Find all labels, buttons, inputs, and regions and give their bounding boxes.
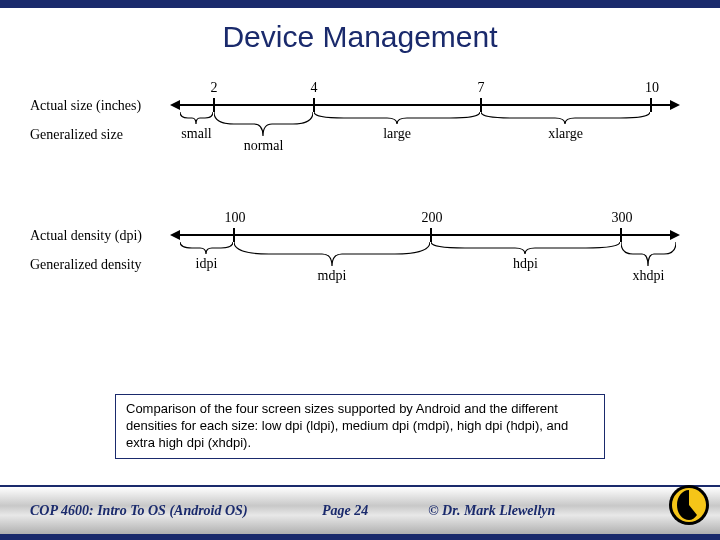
density-axis <box>180 234 670 236</box>
size-bucket-label: normal <box>214 138 313 154</box>
size-brace-normal: normal <box>214 112 313 154</box>
size-tick <box>313 98 315 112</box>
density-tick <box>430 228 432 242</box>
density-bucket-label: hdpi <box>431 256 620 272</box>
generalized-size-label: Generalized size <box>30 127 123 143</box>
size-tick <box>480 98 482 112</box>
size-tick-label: 2 <box>206 80 222 96</box>
density-bucket-label: idpi <box>180 256 233 272</box>
size-axis <box>180 104 670 106</box>
density-tick-label: 300 <box>607 210 637 226</box>
footer-author: © Dr. Mark Llewellyn <box>398 503 690 519</box>
size-axis-arrow-right <box>670 100 680 110</box>
density-tick <box>233 228 235 242</box>
actual-density-label: Actual density (dpi) <box>30 228 142 244</box>
density-brace-xhdpi: xhdpi <box>621 242 676 284</box>
caption-box: Comparison of the four screen sizes supp… <box>115 394 605 459</box>
density-axis-arrow-left <box>170 230 180 240</box>
density-tick-label: 100 <box>220 210 250 226</box>
generalized-density-label: Generalized density <box>30 257 142 273</box>
size-tick <box>650 98 652 112</box>
size-tick <box>213 98 215 112</box>
size-tick-label: 4 <box>306 80 322 96</box>
size-bucket-label: xlarge <box>481 126 650 142</box>
density-brace-ldpi: idpi <box>180 242 233 272</box>
density-brace-mdpi: mdpi <box>234 242 430 284</box>
size-brace-small: small <box>180 112 213 142</box>
top-border <box>0 0 720 8</box>
density-bucket-label: mdpi <box>234 268 430 284</box>
ucf-logo-icon <box>668 484 710 526</box>
density-tick <box>620 228 622 242</box>
size-tick-label: 10 <box>640 80 664 96</box>
size-tick-label: 7 <box>473 80 489 96</box>
page-title: Device Management <box>0 20 720 54</box>
footer-course: COP 4600: Intro To OS (Android OS) <box>30 503 292 519</box>
density-bucket-label: xhdpi <box>621 268 676 284</box>
density-axis-arrow-right <box>670 230 680 240</box>
density-tick-label: 200 <box>417 210 447 226</box>
diagram: Actual size (inches) Generalized size 2 … <box>30 80 690 380</box>
footer: COP 4600: Intro To OS (Android OS) Page … <box>0 485 720 540</box>
size-brace-large: large <box>314 112 480 142</box>
size-brace-xlarge: xlarge <box>481 112 650 142</box>
footer-page: Page 24 <box>322 503 368 519</box>
density-brace-hdpi: hdpi <box>431 242 620 272</box>
size-axis-arrow-left <box>170 100 180 110</box>
actual-size-label: Actual size (inches) <box>30 98 141 114</box>
size-bucket-label: large <box>314 126 480 142</box>
size-bucket-label: small <box>180 126 213 142</box>
